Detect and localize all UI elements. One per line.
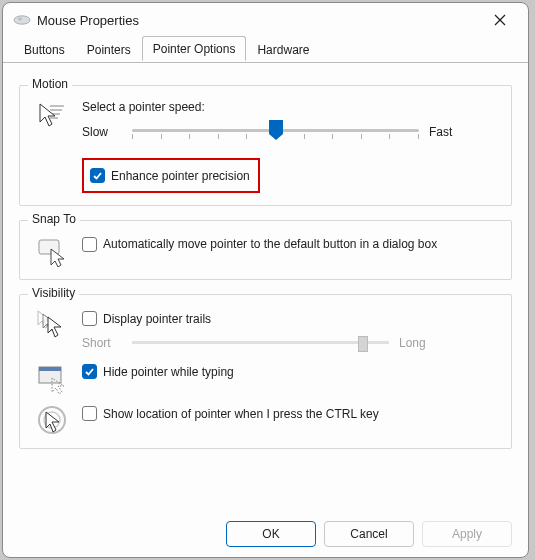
checkbox-enhance-precision[interactable] (90, 168, 105, 183)
pointer-speed-slider[interactable] (132, 120, 419, 144)
checkbox-snap-to[interactable] (82, 237, 97, 252)
svg-rect-8 (39, 240, 59, 254)
tab-content: Motion Select a pointer speed (3, 63, 528, 459)
svg-rect-10 (39, 367, 61, 371)
cursor-speed-icon (36, 100, 68, 132)
mouse-icon (13, 14, 31, 26)
tabstrip: Buttons Pointers Pointer Options Hardwar… (3, 37, 528, 63)
svg-point-1 (18, 18, 22, 21)
pointer-trails-label: Display pointer trails (103, 312, 211, 326)
close-button[interactable] (480, 6, 520, 34)
tab-buttons[interactable]: Buttons (13, 38, 76, 63)
ctrl-locate-label: Show location of pointer when I press th… (103, 407, 379, 421)
pointer-trails-slider (132, 334, 389, 352)
apply-button: Apply (422, 521, 512, 547)
slow-label: Slow (82, 125, 122, 139)
svg-point-0 (14, 16, 30, 24)
dialog-buttons: OK Cancel Apply (19, 521, 512, 547)
group-motion-label: Motion (28, 77, 72, 91)
fast-label: Fast (429, 125, 469, 139)
cancel-button[interactable]: Cancel (324, 521, 414, 547)
mouse-properties-window: Mouse Properties Buttons Pointers Pointe… (2, 2, 529, 558)
hide-typing-icon (36, 362, 68, 394)
tab-hardware[interactable]: Hardware (246, 38, 320, 63)
group-visibility: Visibility (19, 294, 512, 449)
trails-long-label: Long (399, 336, 439, 350)
titlebar: Mouse Properties (3, 3, 528, 37)
ok-button[interactable]: OK (226, 521, 316, 547)
close-icon (494, 14, 506, 26)
group-visibility-label: Visibility (28, 286, 79, 300)
ctrl-locate-icon (36, 404, 68, 436)
group-motion: Motion Select a pointer speed (19, 85, 512, 206)
snap-to-label: Automatically move pointer to the defaul… (103, 237, 437, 253)
tab-pointers[interactable]: Pointers (76, 38, 142, 63)
enhance-precision-label: Enhance pointer precision (111, 169, 250, 183)
pointer-trails-icon (36, 309, 68, 341)
checkbox-hide-typing[interactable] (82, 364, 97, 379)
pointer-speed-label: Select a pointer speed: (82, 100, 499, 114)
group-snap-label: Snap To (28, 212, 80, 226)
trails-short-label: Short (82, 336, 122, 350)
snap-to-icon (36, 235, 68, 267)
checkbox-pointer-trails[interactable] (82, 311, 97, 326)
tab-pointer-options[interactable]: Pointer Options (142, 36, 247, 61)
hide-typing-label: Hide pointer while typing (103, 365, 234, 379)
checkbox-ctrl-locate[interactable] (82, 406, 97, 421)
window-title: Mouse Properties (37, 13, 480, 28)
highlight-enhance-precision: Enhance pointer precision (82, 158, 260, 193)
group-snap-to: Snap To Automatically mo (19, 220, 512, 280)
